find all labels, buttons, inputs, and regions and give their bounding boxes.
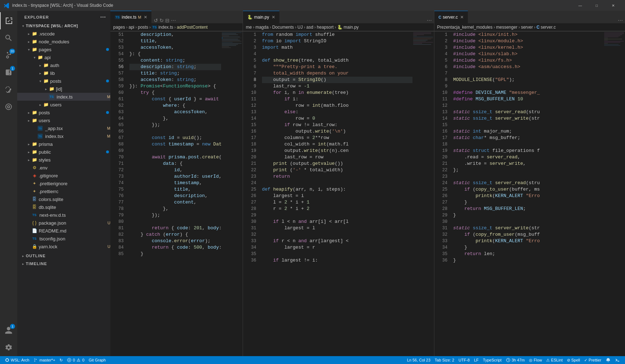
vscode-folder-icon: 📁 [32,31,37,37]
prisma-icon: 📁 [32,141,37,147]
undo-icon[interactable]: ↺ [154,18,158,23]
status-line-ending[interactable]: LF [472,356,481,364]
minimize-button[interactable]: — [572,0,588,11]
tree-item-posts-api[interactable]: ▾ 📁 posts [17,77,110,85]
tree-item-index-tsx[interactable]: TS index.tsx M [17,132,110,140]
bc2-docs[interactable]: Documents [272,25,294,30]
activity-item-settings[interactable] [0,339,17,356]
activity-item-explorer[interactable] [0,12,17,29]
clock-icon [506,358,510,362]
tab-main-py-close[interactable]: ✕ [271,14,276,20]
status-eslint[interactable]: ⚠ ESLint [544,356,564,364]
tree-item-db-sqlite[interactable]: 🗄 db.sqlite [17,203,110,211]
tree-item-tsconfig[interactable]: TS tsconfig.json [17,235,110,243]
close-button[interactable]: ✕ [605,0,621,11]
tree-item-yarn-lock[interactable]: 🔒 yarn.lock U [17,243,110,250]
bc2-main-py[interactable]: main.py [344,25,359,30]
activity-item-accounts[interactable]: 1 [0,322,17,339]
tree-item-users-api[interactable]: ▸ 📁 users [17,101,110,109]
editor1-code[interactable]: 5152535455 56 5758596061 6263646566 6768… [110,32,243,356]
status-language[interactable]: TypeScript [481,356,504,364]
more-icon[interactable]: ⋯ [171,18,176,23]
editor3-more-icon[interactable]: ⋯ [618,18,623,23]
tree-item-colors-sqlite[interactable]: 🗄 colors.sqlite [17,195,110,203]
tree-item-public[interactable]: ▸ 📁 public [17,148,110,156]
maximize-button[interactable]: □ [588,0,605,11]
tree-item-prettierignore[interactable]: ✦ .prettierignore [17,179,110,187]
status-prettier[interactable]: ✓ Prettier [582,356,603,364]
editor3-code[interactable]: 12345 678910 1112131415 1617181920 21222… [434,32,625,356]
tree-item-lib[interactable]: ▸ 📁 lib [17,69,110,77]
status-flow[interactable]: ◎ Flow [527,356,544,364]
tree-item-auth[interactable]: ▸ 📁 auth [17,61,110,69]
tree-item-prisma[interactable]: ▸ 📁 prisma [17,140,110,148]
tree-item-api[interactable]: ▾ 📁 api [17,53,110,61]
tree-item-next-env[interactable]: TS next-env.d.ts [17,211,110,219]
status-eslint-label: ⚠ ESLint [546,358,562,363]
tree-item-pages[interactable]: ▾ 📁 pages [17,46,110,53]
tab-main-py[interactable]: 🐍 main.py ✕ [243,11,280,23]
status-position[interactable]: Ln 56, Col 23 [405,356,433,364]
bc1-api[interactable]: api [129,25,134,30]
editors-area: TS index.ts M ✕ ↺ ↻ ⊟ ⋯ 🐍 main.py ✕ [110,11,625,356]
tree-item-env[interactable]: ⚙ .env [17,164,110,172]
activity-item-extensions[interactable]: 1 [0,64,17,81]
tree-item-id[interactable]: ▸ 📁 [id] [17,85,110,93]
status-notifications[interactable] [603,356,613,364]
tree-item-users-top[interactable]: ▸ 📁 users [17,116,110,124]
bc2-heapsort[interactable]: heapsort [317,25,334,30]
tree-item-readme[interactable]: 📄 README.md [17,227,110,235]
tree-item-gitignore[interactable]: ◈ .gitignore [17,172,110,179]
tab-server-c-close[interactable]: ✕ [459,14,465,20]
tab-server-c[interactable]: C server.c ✕ [434,11,468,23]
status-tab-size[interactable]: Tab Size: 2 [433,356,456,364]
activity-item-search[interactable] [0,29,17,47]
outline-header[interactable]: ▸ OUTLINE [17,252,110,260]
bc1-posts[interactable]: posts [138,25,148,30]
bc3-messenger[interactable]: messenger [496,25,517,30]
tree-item-styles[interactable]: ▸ 📁 styles [17,156,110,164]
status-wsl[interactable]: WSL: Arch [3,356,32,364]
tree-item-vscode[interactable]: ▸ 📁 .vscode [17,30,110,38]
activity-item-source-control[interactable]: 20 [0,47,17,64]
bc3-prezentacja[interactable]: Prezentacja_kernel_modules [437,25,493,30]
status-git-graph[interactable]: Git Graph [87,356,108,364]
activity-item-test[interactable] [0,81,17,98]
status-time[interactable]: 3h 47m [504,356,527,364]
bc2-me[interactable]: me [246,25,252,30]
pages-icon: 📁 [32,47,37,52]
split-icon[interactable]: ⊟ [165,18,170,23]
bc2-magda[interactable]: magda [256,25,269,30]
editor2-code[interactable]: 12345 67 8 910111213 1415161718 19202122… [243,32,434,356]
bc2-uj[interactable]: UJ [297,25,303,30]
status-spell[interactable]: ⊘ Spell [565,356,582,364]
tab-index-ts-close[interactable]: ✕ [143,14,148,20]
status-terminal-panel[interactable] [613,356,622,364]
bc2-asd[interactable]: asd [306,25,313,30]
activity-item-remote[interactable] [0,98,17,115]
tree-item-app-tsx[interactable]: TS _app.tsx M [17,124,110,132]
auth-arrow: ▸ [37,63,43,67]
status-errors[interactable]: 0 0 [65,356,86,364]
status-encoding[interactable]: UTF-8 [457,356,472,364]
tab-index-ts[interactable]: TS index.ts M ✕ [110,11,152,23]
tree-item-node-modules[interactable]: ▸ 📁 node_modules [17,38,110,46]
bc1-pages[interactable]: pages [113,25,125,30]
node-modules-icon: 📁 [32,39,37,44]
editor2-more-icon[interactable]: ⋯ [427,18,432,23]
env-name: .env [39,165,110,171]
tree-item-prettierrc[interactable]: ✦ .prettierrc [17,187,110,195]
sidebar-more-button[interactable]: ⋯ [100,14,106,20]
tree-item-index-ts[interactable]: TS index.ts M [17,93,110,101]
redo-icon[interactable]: ↻ [159,18,164,23]
tree-root[interactable]: ▾ TINYSPACE [WSL: ARCH] [17,22,110,30]
bc3-server[interactable]: server [521,25,533,30]
tree-item-package-json[interactable]: { } package.json U [17,219,110,227]
posts-api-arrow: ▾ [37,79,43,83]
timeline-header[interactable]: ▸ TIMELINE [17,260,110,268]
status-sync[interactable]: ↻ [57,356,65,364]
bc3-server-c[interactable]: server.c [541,25,556,30]
bc1-index-ts[interactable]: index.ts [158,25,173,30]
status-branch[interactable]: master*+ [32,356,57,364]
tree-item-posts-top[interactable]: ▸ 📁 posts [17,109,110,116]
